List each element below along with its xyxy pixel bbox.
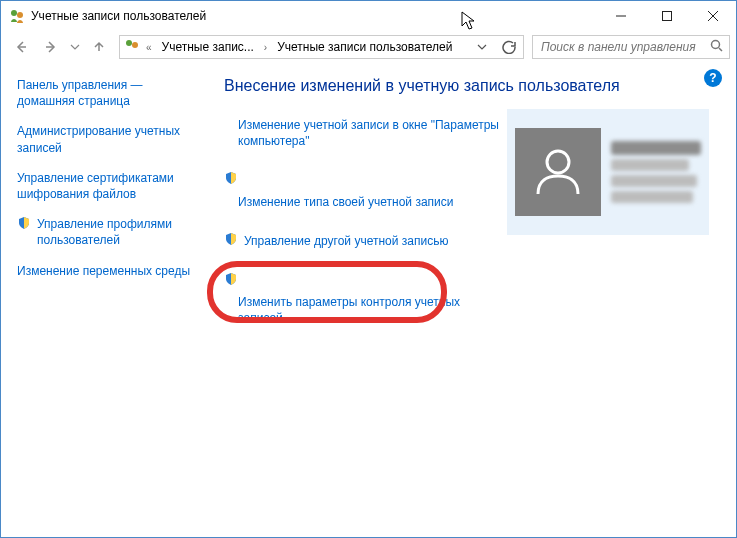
svg-point-12 <box>547 151 569 173</box>
breadcrumb-item[interactable]: Учетные записи пользователей <box>273 40 456 54</box>
breadcrumb-sep-icon: « <box>144 42 154 53</box>
svg-point-8 <box>126 40 132 46</box>
action-change-uac-settings[interactable]: Изменить параметры контроля учетных запи… <box>224 272 506 327</box>
window-controls <box>598 1 736 31</box>
sidebar-item-env-vars[interactable]: Изменение переменных среды <box>17 263 196 279</box>
svg-rect-3 <box>663 12 672 21</box>
sidebar: Панель управления — домашняя страница Ад… <box>1 63 206 537</box>
sidebar-item-label: Управление профилями пользователей <box>37 216 196 248</box>
svg-point-0 <box>11 10 17 16</box>
breadcrumb-item[interactable]: Учетные запис... <box>158 40 258 54</box>
refresh-button[interactable] <box>495 35 523 59</box>
minimize-button[interactable] <box>598 1 644 31</box>
chevron-right-icon: › <box>262 42 269 53</box>
page-title: Внесение изменений в учетную запись поль… <box>224 77 708 95</box>
avatar <box>515 128 601 216</box>
nav-history-dropdown[interactable] <box>67 42 83 52</box>
sidebar-item-profiles[interactable]: Управление профилями пользователей <box>17 216 196 248</box>
search-box[interactable] <box>532 35 730 59</box>
shield-icon <box>224 171 238 189</box>
sidebar-item-certificates[interactable]: Управление сертификатами шифрования файл… <box>17 170 196 202</box>
user-detail-blurred <box>611 159 689 171</box>
close-button[interactable] <box>690 1 736 31</box>
nav-forward-button[interactable] <box>37 35 65 59</box>
action-change-account-pc-settings[interactable]: Изменение учетной записи в окне "Парамет… <box>224 117 506 149</box>
window-title: Учетные записи пользователей <box>31 9 206 23</box>
breadcrumb-root-icon <box>124 38 140 57</box>
svg-line-11 <box>719 48 722 51</box>
sidebar-item-label: Управление сертификатами шифрования файл… <box>17 170 196 202</box>
svg-point-1 <box>17 12 23 18</box>
user-account-card[interactable] <box>507 109 709 235</box>
shield-icon <box>17 216 31 248</box>
sidebar-item-admin-accounts[interactable]: Администрирование учетных записей <box>17 123 196 155</box>
action-change-account-type[interactable]: Изменение типа своей учетной записи <box>224 171 506 209</box>
action-manage-other-account[interactable]: Управление другой учетной записью <box>224 232 506 250</box>
user-detail-blurred <box>611 191 693 203</box>
user-name-blurred <box>611 141 701 155</box>
address-dropdown[interactable] <box>473 42 491 52</box>
action-label: Изменить параметры контроля учетных запи… <box>224 294 506 326</box>
action-label: Изменение типа своей учетной записи <box>224 194 453 210</box>
user-detail-blurred <box>611 175 697 187</box>
svg-point-10 <box>712 41 720 49</box>
sidebar-item-label: Изменение переменных среды <box>17 263 196 279</box>
search-input[interactable] <box>539 39 710 55</box>
shield-icon <box>224 272 238 290</box>
sidebar-item-label: Администрирование учетных записей <box>17 123 196 155</box>
user-accounts-icon <box>9 8 25 24</box>
sidebar-item-home[interactable]: Панель управления — домашняя страница <box>17 77 196 109</box>
address-bar[interactable]: « Учетные запис... › Учетные записи поль… <box>119 35 524 59</box>
titlebar: Учетные записи пользователей <box>1 1 736 31</box>
shield-icon <box>224 232 238 250</box>
action-label: Изменение учетной записи в окне "Парамет… <box>224 117 506 149</box>
user-info <box>611 141 701 203</box>
sidebar-item-label: Панель управления — домашняя страница <box>17 77 196 109</box>
nav-up-button[interactable] <box>85 35 113 59</box>
search-icon[interactable] <box>710 39 723 55</box>
maximize-button[interactable] <box>644 1 690 31</box>
nav-back-button[interactable] <box>7 35 35 59</box>
action-label: Управление другой учетной записью <box>244 233 448 249</box>
toolbar: « Учетные запис... › Учетные записи поль… <box>1 31 736 63</box>
svg-point-9 <box>132 42 138 48</box>
